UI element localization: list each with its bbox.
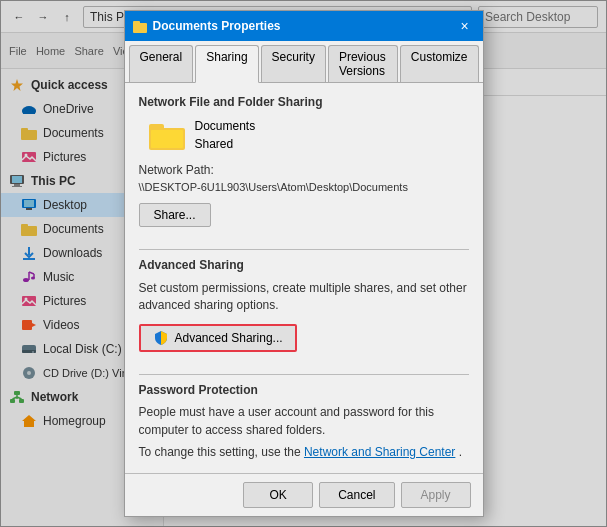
dialog-title: Documents Properties <box>133 19 281 33</box>
folder-share-status: Shared <box>195 135 256 153</box>
tab-customize[interactable]: Customize <box>400 45 479 82</box>
folder-share-info: Documents Shared <box>149 117 469 153</box>
apply-button[interactable]: Apply <box>401 482 471 508</box>
share-button[interactable]: Share... <box>139 203 211 227</box>
password-desc2-text: To change this setting, use the <box>139 445 301 459</box>
divider <box>139 249 469 250</box>
tab-security[interactable]: Security <box>261 45 326 82</box>
ok-button[interactable]: OK <box>243 482 313 508</box>
network-sharing-title: Network File and Folder Sharing <box>139 95 469 109</box>
tab-general[interactable]: General <box>129 45 194 82</box>
dialog-title-bar: Documents Properties × <box>125 11 483 41</box>
folder-share-name: Documents <box>195 117 256 135</box>
modal-overlay: Documents Properties × General Sharing S… <box>0 0 607 527</box>
divider2 <box>139 374 469 375</box>
tab-sharing[interactable]: Sharing <box>195 45 258 83</box>
share-info-text: Documents Shared <box>195 117 256 153</box>
tab-previous-versions[interactable]: Previous Versions <box>328 45 398 82</box>
password-desc2: To change this setting, use the Network … <box>139 443 469 461</box>
svg-rect-63 <box>151 130 183 148</box>
network-path-value: \\DESKTOP-6U1L903\Users\Atom\Desktop\Doc… <box>139 181 469 193</box>
dialog-body: Network File and Folder Sharing Document… <box>125 83 483 473</box>
dialog-tabs: General Sharing Security Previous Versio… <box>125 41 483 83</box>
shield-uac-icon <box>153 330 169 346</box>
advanced-sharing-title: Advanced Sharing <box>139 258 469 272</box>
network-path-label: Network Path: <box>139 163 469 177</box>
advanced-sharing-button-label: Advanced Sharing... <box>175 331 283 345</box>
advanced-sharing-desc: Set custom permissions, create multiple … <box>139 280 469 314</box>
advanced-sharing-button[interactable]: Advanced Sharing... <box>139 324 297 352</box>
cancel-button[interactable]: Cancel <box>319 482 394 508</box>
folder-icon-large <box>149 120 185 150</box>
dialog-footer: OK Cancel Apply <box>125 473 483 516</box>
password-desc: People must have a user account and pass… <box>139 403 469 439</box>
shared-folder-svg <box>149 120 185 150</box>
password-title: Password Protection <box>139 383 469 397</box>
dialog-close-button[interactable]: × <box>455 16 475 36</box>
network-sharing-center-link[interactable]: Network and Sharing Center <box>304 445 455 459</box>
properties-dialog: Documents Properties × General Sharing S… <box>124 10 484 517</box>
svg-rect-60 <box>133 21 140 25</box>
properties-icon <box>133 19 147 33</box>
password-desc3-text: . <box>459 445 462 459</box>
